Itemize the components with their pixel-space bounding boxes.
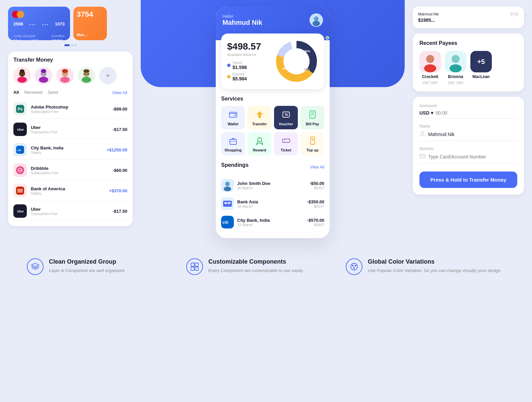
header-avatar bbox=[310, 13, 323, 27]
feature-1: Clean Organized Group Layer & Component … bbox=[27, 258, 186, 275]
feature-2: Customizable Components Every Component … bbox=[186, 258, 346, 275]
tx-info-uber1: Uber Transaction Fee bbox=[31, 125, 109, 134]
top-section: 2598 ··· ··· 1073 CARD HOLDER Mahmud Nik… bbox=[0, 0, 532, 245]
payee-avatar-more: +5 bbox=[470, 51, 492, 72]
tx-info-citybank: City Bank, India Salary bbox=[31, 145, 103, 154]
crockett-avatar bbox=[419, 51, 441, 72]
svg-point-82 bbox=[352, 265, 354, 267]
spending-icon-john bbox=[221, 179, 234, 192]
spending-amounts-john: -$50.00 $5497 bbox=[310, 181, 324, 190]
payees-row: Crockett 1007 9087 Brionna bbox=[419, 51, 517, 85]
number-label: Number bbox=[419, 146, 517, 151]
service-shopping[interactable]: Shopping bbox=[221, 132, 245, 155]
number-field: Number bbox=[419, 146, 517, 163]
tab-received[interactable]: Received bbox=[24, 90, 43, 95]
svg-point-54 bbox=[258, 138, 262, 142]
payee-brionna[interactable]: Brionna 2561 1881 bbox=[445, 51, 466, 85]
tx-icon-uber2: Uber bbox=[13, 204, 27, 218]
name-label: Name bbox=[419, 124, 517, 129]
card-number-input[interactable] bbox=[428, 154, 517, 159]
available-label: Available Balance bbox=[227, 53, 261, 57]
amount-input[interactable] bbox=[436, 110, 517, 116]
feature-title-3: Global Color Variations bbox=[368, 258, 502, 265]
tab-all[interactable]: All bbox=[13, 90, 19, 95]
svg-text:Ps: Ps bbox=[18, 107, 23, 112]
payee-crockett[interactable]: Crockett 1007 9087 bbox=[419, 51, 441, 85]
spent-dot bbox=[227, 64, 230, 67]
service-wallet[interactable]: Wallet bbox=[221, 106, 245, 129]
color-svg bbox=[350, 262, 358, 271]
service-transfer[interactable]: Transfer bbox=[248, 106, 271, 129]
service-topup[interactable]: Top up bbox=[301, 132, 324, 155]
spent-label: Spent bbox=[232, 61, 247, 65]
spending-secondary: $5497 bbox=[310, 186, 324, 190]
features-section: Clean Organized Group Layer & Component … bbox=[0, 245, 532, 288]
payee-maclean-more[interactable]: +5 MacLean bbox=[470, 51, 492, 85]
avatar-item-3[interactable] bbox=[56, 67, 74, 84]
ticket-icon bbox=[281, 135, 291, 146]
reward-icon bbox=[254, 135, 265, 146]
tx-name: City Bank, India bbox=[31, 145, 103, 150]
topup-icon bbox=[307, 135, 318, 146]
brionna-avatar bbox=[445, 51, 466, 72]
tx-info-uber2: Uber Transaction Fee bbox=[31, 207, 109, 216]
payee-number-brionna: 2561 1881 bbox=[448, 81, 463, 85]
card-dots2: ··· bbox=[42, 21, 49, 28]
dot-inactive2 bbox=[74, 44, 76, 46]
spending-info-citi: City Bank, India 15 March bbox=[237, 218, 304, 227]
card-icon bbox=[419, 153, 425, 160]
tab-view-all[interactable]: View All bbox=[112, 90, 127, 95]
currency-label: USD bbox=[419, 110, 429, 116]
right-top-card: Mahmud Nik 0732 $1985... bbox=[413, 7, 524, 28]
card-num2: 1073 bbox=[55, 21, 65, 28]
svg-point-2 bbox=[17, 77, 27, 83]
avatar-item-1[interactable] bbox=[13, 67, 31, 84]
tx-sub: Salary bbox=[31, 150, 103, 154]
add-contact-button[interactable]: + bbox=[99, 67, 117, 84]
shopping-icon bbox=[228, 135, 239, 146]
card-info-row: CARD HOLDER Mahmud Nik EXPIRES 01/24 bbox=[13, 31, 65, 40]
spending-icon-bankasia bbox=[221, 197, 234, 210]
mastercard-logo bbox=[12, 11, 24, 18]
service-label-wallet: Wallet bbox=[228, 122, 239, 126]
svg-point-34 bbox=[314, 16, 319, 21]
billpay-icon bbox=[307, 109, 318, 120]
card-holder-label: CARD HOLDER bbox=[13, 35, 39, 38]
svg-point-70 bbox=[424, 64, 436, 72]
svg-rect-64 bbox=[224, 202, 227, 204]
avatar-item-2[interactable] bbox=[35, 67, 52, 84]
spent-section: Spent $1.598 bbox=[232, 61, 247, 70]
svg-rect-28 bbox=[17, 190, 23, 191]
spending-info-john: John Smith Doe 20 March bbox=[237, 181, 306, 190]
services-grid: Wallet Transfer bbox=[221, 106, 324, 155]
avatar-3 bbox=[56, 67, 74, 84]
service-ticket[interactable]: Ticket bbox=[274, 132, 298, 155]
transfer-avatars: + bbox=[13, 67, 127, 84]
svg-rect-52 bbox=[230, 139, 237, 144]
payee-name-maclean: MacLean bbox=[472, 74, 489, 79]
card-dots1: ··· bbox=[29, 21, 36, 28]
service-voucher[interactable]: % Voucher bbox=[274, 106, 298, 129]
balance-stats: Spent $1.598 Earned $5.984 bbox=[227, 61, 261, 81]
avatar-2 bbox=[35, 67, 52, 84]
earned-value: $5.984 bbox=[232, 76, 247, 81]
svg-point-81 bbox=[351, 263, 357, 270]
tab-send[interactable]: Send bbox=[48, 90, 58, 95]
spendings-view-all[interactable]: View All bbox=[310, 165, 324, 170]
card-holder-value: Mahmud Nik bbox=[13, 39, 39, 40]
currency-select[interactable]: USD ▾ bbox=[419, 110, 433, 116]
service-reward[interactable]: Reward bbox=[248, 132, 271, 155]
avatar-item-4[interactable] bbox=[78, 67, 95, 84]
tabs-container: All Received Send View All bbox=[13, 90, 127, 95]
payee-number-crockett: 1007 9087 bbox=[422, 81, 438, 85]
svg-text:citi: citi bbox=[222, 220, 228, 225]
tx-amount: +$1250.00 bbox=[107, 147, 127, 152]
tx-amount: -$17.50 bbox=[113, 209, 127, 214]
right-panel: Mahmud Nik 0732 $1985... Recent Payees bbox=[405, 0, 532, 245]
transfer-button[interactable]: Press & Hold to Transfer Money bbox=[419, 172, 517, 188]
service-billpay[interactable]: Bill Pay bbox=[301, 106, 324, 129]
feature-desc-3: Use Popular Color Variation. So you can … bbox=[368, 267, 502, 274]
uber-icon1: Uber bbox=[16, 125, 24, 133]
transfer-section: Transfer Money bbox=[8, 52, 133, 226]
voucher-icon: % bbox=[281, 109, 291, 120]
